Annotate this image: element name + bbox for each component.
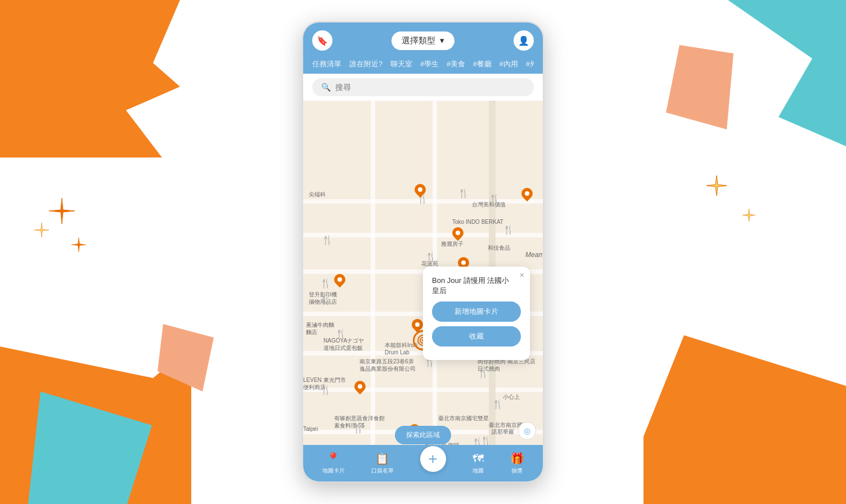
locate-me-button[interactable]: ◎: [518, 422, 536, 440]
lucky-draw-icon: 🎁: [510, 452, 524, 465]
bottom-navigation: 📍 地圖卡片 📋 口袋名單 + 🗺 地圖 🎁 抽獎: [303, 445, 543, 482]
location-pin-6[interactable]: [354, 381, 366, 392]
nav-tab-student[interactable]: #學生: [420, 60, 439, 69]
chevron-down-icon: ▾: [440, 35, 444, 46]
sparkle-orange-small: [70, 236, 87, 253]
category-label: 選擇類型: [402, 35, 435, 46]
map-label-nanjing23: 南京東路五段23巷6弄逸品典業股份有限公司: [359, 358, 416, 372]
search-input[interactable]: [335, 83, 525, 92]
orange-shape-bottom-left: [0, 346, 191, 504]
map-label-meam: Meam: [525, 251, 543, 259]
app-header: 🔖 選擇類型 ▾ 👤 任務清單 誰在附近? 聊天室 #學生 #美食 #餐廳 #內…: [303, 22, 543, 101]
map-label-taipei: Taipei: [303, 426, 318, 432]
map-label-jianduan: 尖端科: [309, 191, 326, 199]
popup-close-button[interactable]: ×: [520, 271, 524, 279]
nav-tab-task[interactable]: 任務清單: [312, 60, 341, 69]
nav-item-lucky-draw-label: 抽獎: [511, 467, 523, 475]
bookmark-icon: 🔖: [317, 35, 328, 46]
pin-food-8[interactable]: 🍴: [320, 295, 331, 305]
pin-food-3[interactable]: 🍴: [489, 194, 500, 204]
pin-food-9[interactable]: 🍴: [335, 328, 346, 339]
pin-food-11[interactable]: 🍴: [320, 385, 331, 395]
nav-tab-nearby[interactable]: 誰在附近?: [349, 60, 382, 69]
cyan-shape-top-right: [677, 0, 846, 146]
popup-title: Bon Jour 請慢用 法國小皇后: [432, 276, 521, 296]
map-label-yali: 雅麗房子: [441, 240, 464, 248]
orange-shape-bottom-right: [644, 335, 846, 504]
cyan-shape-bottom-left: [28, 392, 152, 504]
pin-food-15[interactable]: 🍴: [353, 423, 364, 434]
map-label-xiaoxin: 小心上: [503, 393, 520, 401]
location-pin-10[interactable]: [521, 188, 533, 199]
pin-food-5[interactable]: 🍴: [322, 235, 333, 245]
map-area[interactable]: 尖端科 台灣美和價值 Toko INDO BERKAT 雅麗房子 和佳食品 花波…: [303, 101, 543, 450]
nav-item-pocket-list-label: 口袋名單: [371, 467, 394, 475]
nav-item-add-button[interactable]: +: [420, 446, 446, 472]
nav-tab-takeout[interactable]: #外帶: [526, 60, 534, 69]
peach-shape-bottom-left: [158, 324, 214, 392]
map-label-hejia: 和佳食品: [488, 244, 510, 252]
nav-item-map-cards-label: 地圖卡片: [322, 467, 345, 475]
nav-item-map[interactable]: 🗺 地圖: [472, 452, 484, 475]
location-pin-4[interactable]: [334, 274, 345, 285]
sparkle-orange-large: [48, 197, 76, 225]
map-label-toko: Toko INDO BERKAT: [452, 219, 503, 225]
pin-food-4[interactable]: 🍴: [503, 224, 514, 235]
nav-tab-food[interactable]: #美食: [447, 60, 465, 69]
pin-food-13[interactable]: 🍴: [478, 368, 489, 379]
search-bar: 🔍: [303, 74, 543, 101]
map-cards-icon: 📍: [326, 452, 340, 465]
category-selector[interactable]: 選擇類型 ▾: [392, 32, 454, 50]
explore-area-button[interactable]: 探索此區域: [395, 426, 451, 444]
search-icon: 🔍: [321, 83, 331, 92]
nav-tabs: 任務清單 誰在附近? 聊天室 #學生 #美食 #餐廳 #內用 #外帶 #台: [312, 56, 534, 74]
nav-item-lucky-draw[interactable]: 🎁 抽獎: [510, 452, 524, 475]
map-icon: 🗺: [472, 452, 484, 465]
pin-food-2[interactable]: 🍴: [458, 188, 469, 199]
profile-icon: 👤: [518, 35, 529, 46]
map-label-nuona: 諾那華嚴: [492, 428, 514, 436]
phone-container: 🔖 選擇類型 ▾ 👤 任務清單 誰在附近? 聊天室 #學生 #美食 #餐廳 #內…: [302, 21, 544, 483]
profile-button[interactable]: 👤: [514, 30, 534, 51]
peach-shape-top-right: [666, 45, 734, 129]
nav-item-map-cards[interactable]: 📍 地圖卡片: [322, 452, 345, 475]
sparkle-yellow-right-small: [742, 208, 756, 222]
nav-tab-chat[interactable]: 聊天室: [390, 60, 412, 69]
pin-food-7[interactable]: 🍴: [320, 278, 331, 289]
header-top-row: 🔖 選擇類型 ▾ 👤: [312, 30, 534, 51]
sparkle-yellow-right: [705, 174, 728, 197]
pin-food-6[interactable]: 🍴: [425, 251, 436, 262]
location-pin-1[interactable]: [415, 184, 426, 195]
save-button[interactable]: 收藏: [432, 326, 521, 346]
nav-item-map-label: 地圖: [472, 467, 484, 475]
orange-shape-top-left: [0, 0, 180, 158]
search-input-wrap[interactable]: 🔍: [312, 78, 534, 96]
nav-tab-restaurant[interactable]: #餐廳: [473, 60, 492, 69]
location-pin-5[interactable]: [412, 319, 423, 330]
nav-item-pocket-list[interactable]: 📋 口袋名單: [371, 452, 394, 475]
map-label-drum: 本能鼓科InstiDrum Lab: [385, 341, 417, 356]
add-icon: +: [428, 450, 437, 468]
street-v1: [371, 101, 375, 450]
map-label-taipei-beiy: 臺北市南京國宅雙星: [438, 415, 489, 422]
bookmark-button[interactable]: 🔖: [312, 30, 332, 51]
location-pin-2[interactable]: [452, 227, 464, 238]
pin-food-14[interactable]: 🍴: [492, 399, 503, 410]
pocket-list-icon: 📋: [375, 452, 389, 465]
map-label-cong: 蔥滷牛肉麵麵店: [306, 321, 334, 336]
add-map-card-button[interactable]: 新增地圖卡片: [432, 302, 521, 322]
popup-card: × Bon Jour 請慢用 法國小皇后 新增地圖卡片 收藏: [423, 267, 530, 360]
sparkle-yellow-small: [34, 222, 50, 238]
nav-tab-dine-in[interactable]: #內用: [500, 60, 518, 69]
